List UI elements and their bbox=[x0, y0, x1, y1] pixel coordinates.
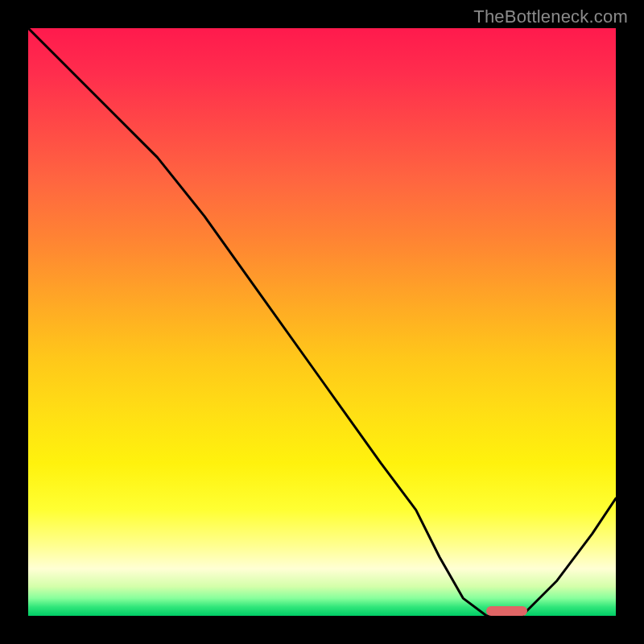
bottleneck-curve bbox=[28, 28, 616, 616]
curve-path bbox=[28, 28, 616, 616]
plot-area bbox=[28, 28, 616, 616]
highlight-segment-marker bbox=[486, 606, 527, 616]
watermark-text: TheBottleneck.com bbox=[473, 6, 628, 27]
chart-frame: TheBottleneck.com bbox=[0, 0, 644, 644]
